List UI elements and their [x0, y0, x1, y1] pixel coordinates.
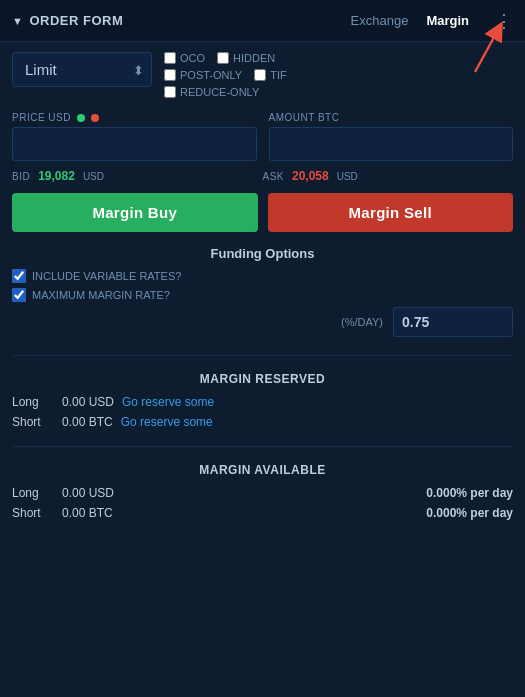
header-tabs: Exchange Margin ⋮ [351, 10, 513, 32]
checkbox-oco[interactable]: OCO [164, 52, 205, 64]
rate-label: (%/DAY) [341, 316, 383, 328]
margin-reserved-short-row: Short 0.00 BTC Go reserve some [12, 412, 513, 432]
bid-currency: USD [83, 171, 104, 182]
maximum-margin-row[interactable]: MAXIMUM MARGIN RATE? [12, 288, 513, 302]
short-value-available: 0.00 BTC [62, 506, 113, 520]
checkboxes-panel: OCO HIDDEN POST-ONLY TIF [164, 52, 513, 98]
price-input[interactable] [12, 127, 257, 161]
short-rate-available: 0.000% per day [426, 506, 513, 520]
header: ▼ ORDER FORM Exchange Margin ⋮ [0, 0, 525, 42]
fields-row: PRICE USD AMOUNT BTC [12, 112, 513, 161]
funding-options: Funding Options INCLUDE VARIABLE RATES? … [12, 246, 513, 337]
body: Limit Market Stop OCO HIDDEN [0, 42, 525, 541]
funding-options-title: Funding Options [12, 246, 513, 261]
order-type-select-wrapper: Limit Market Stop [12, 52, 152, 87]
bid-label: BID [12, 171, 30, 182]
more-icon[interactable]: ⋮ [495, 10, 513, 32]
order-type-row: Limit Market Stop OCO HIDDEN [12, 52, 513, 98]
include-variable-row[interactable]: INCLUDE VARIABLE RATES? [12, 269, 513, 283]
reduceonly-checkbox[interactable] [164, 86, 176, 98]
margin-reserved-title: MARGIN RESERVED [12, 372, 513, 386]
divider-2 [12, 446, 513, 447]
long-label-reserved: Long [12, 395, 62, 409]
amount-field-group: AMOUNT BTC [269, 112, 514, 161]
tab-margin[interactable]: Margin [426, 13, 469, 28]
long-reserve-link[interactable]: Go reserve some [122, 395, 214, 409]
short-value-reserved: 0.00 BTC [62, 415, 113, 429]
page-wrapper: ▼ ORDER FORM Exchange Margin ⋮ Limit Mar… [0, 0, 525, 697]
margin-available-title: MARGIN AVAILABLE [12, 463, 513, 477]
amount-input[interactable] [269, 127, 514, 161]
price-label: PRICE USD [12, 112, 257, 123]
ask-value: 20,058 [292, 169, 329, 183]
margin-available-long-row: Long 0.00 USD 0.000% per day [12, 483, 513, 503]
margin-available-short-row: Short 0.00 BTC 0.000% per day [12, 503, 513, 523]
ask-label: ASK [263, 171, 285, 182]
bid-section: BID 19,082 USD [12, 169, 263, 183]
long-rate-available: 0.000% per day [426, 486, 513, 500]
order-form-label: ORDER FORM [29, 13, 123, 28]
margin-buy-button[interactable]: Margin Buy [12, 193, 258, 232]
bid-value: 19,082 [38, 169, 75, 183]
margin-available-section: MARGIN AVAILABLE Long 0.00 USD 0.000% pe… [12, 463, 513, 523]
ask-currency: USD [337, 171, 358, 182]
bid-ask-row: BID 19,082 USD ASK 20,058 USD [12, 169, 513, 183]
short-reserve-link[interactable]: Go reserve some [121, 415, 213, 429]
include-variable-checkbox[interactable] [12, 269, 26, 283]
margin-reserved-long-row: Long 0.00 USD Go reserve some [12, 392, 513, 412]
price-dot-green [77, 114, 85, 122]
price-dot-red [91, 114, 99, 122]
maximum-margin-checkbox[interactable] [12, 288, 26, 302]
tif-checkbox[interactable] [254, 69, 266, 81]
long-value-available: 0.00 USD [62, 486, 114, 500]
hidden-checkbox[interactable] [217, 52, 229, 64]
margin-reserved-section: MARGIN RESERVED Long 0.00 USD Go reserve… [12, 372, 513, 432]
tab-exchange[interactable]: Exchange [351, 13, 409, 28]
checkbox-reduceonly[interactable]: REDUCE-ONLY [164, 86, 259, 98]
checkbox-row-1: OCO HIDDEN [164, 52, 513, 64]
rate-input[interactable] [393, 307, 513, 337]
long-label-available: Long [12, 486, 62, 500]
checkbox-postonly[interactable]: POST-ONLY [164, 69, 242, 81]
buttons-row: Margin Buy Margin Sell [12, 193, 513, 232]
ask-section: ASK 20,058 USD [263, 169, 514, 183]
margin-sell-button[interactable]: Margin Sell [268, 193, 514, 232]
short-label-reserved: Short [12, 415, 62, 429]
chevron-down-icon: ▼ [12, 15, 23, 27]
price-field-group: PRICE USD [12, 112, 257, 161]
checkbox-row-2: POST-ONLY TIF [164, 69, 513, 81]
order-type-select[interactable]: Limit Market Stop [12, 52, 152, 87]
checkbox-tif[interactable]: TIF [254, 69, 287, 81]
rate-row: (%/DAY) [12, 307, 513, 337]
long-value-reserved: 0.00 USD [62, 395, 114, 409]
divider-1 [12, 355, 513, 356]
short-label-available: Short [12, 506, 62, 520]
checkbox-hidden[interactable]: HIDDEN [217, 52, 275, 64]
checkbox-row-3: REDUCE-ONLY [164, 86, 513, 98]
postonly-checkbox[interactable] [164, 69, 176, 81]
oco-checkbox[interactable] [164, 52, 176, 64]
header-title: ▼ ORDER FORM [12, 13, 123, 28]
amount-label: AMOUNT BTC [269, 112, 514, 123]
